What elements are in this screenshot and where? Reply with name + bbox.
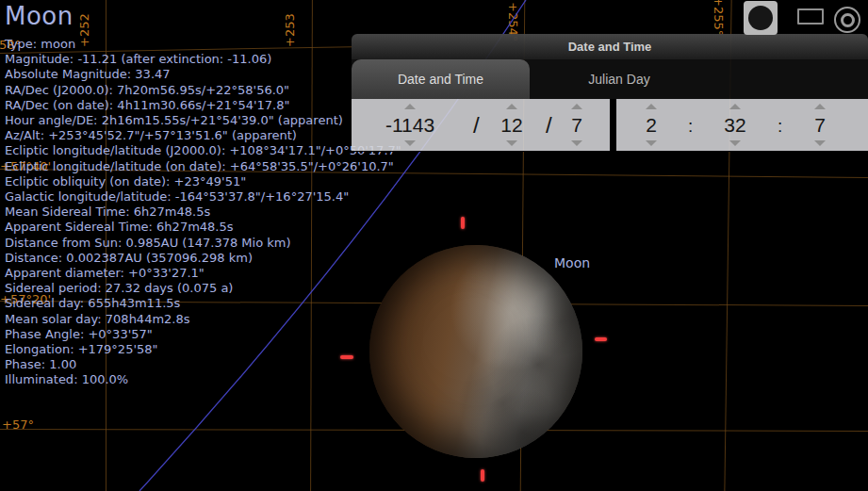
month-value[interactable]: 12 [500, 115, 522, 135]
info-line: Hour angle/DE: 2h16m15.55s/+21°54'39.0" … [5, 113, 401, 128]
info-line: Ecliptic longitude/latitude (J2000.0): +… [5, 143, 401, 158]
date-separator: / [473, 112, 480, 139]
time-separator: : [778, 116, 782, 137]
time-spinner-group: 2 : 32 : 7 [616, 99, 868, 151]
info-line: RA/Dec (J2000.0): 7h20m56.95s/+22°58'56.… [5, 83, 401, 98]
target-icon[interactable] [834, 7, 860, 33]
rectangle-icon[interactable] [797, 8, 824, 25]
month-spinner: 12 [485, 99, 538, 151]
date-time-dialog: Date and Time Date and Time Julian Day -… [352, 34, 868, 151]
minute-up-arrow[interactable] [729, 104, 741, 109]
hour-down-arrow[interactable] [646, 140, 657, 146]
year-spinner: -1143 [384, 99, 436, 151]
second-up-arrow[interactable] [814, 104, 826, 109]
target-center [841, 13, 855, 27]
year-value[interactable]: -1143 [385, 115, 434, 135]
hour-spinner: 2 [625, 99, 678, 151]
info-line: Ecliptic obliquity (on date): +23°49'51" [5, 174, 401, 189]
second-value[interactable]: 7 [814, 115, 826, 135]
minute-down-arrow[interactable] [729, 140, 741, 146]
selection-marker-bottom [481, 469, 484, 482]
month-down-arrow[interactable] [506, 140, 517, 146]
hour-up-arrow[interactable] [646, 104, 657, 109]
selection-marker-top [461, 217, 465, 229]
dialog-tab-bar: Date and Time Julian Day [352, 59, 868, 99]
day-up-arrow[interactable] [571, 104, 582, 109]
day-spinner: 7 [550, 99, 603, 151]
year-up-arrow[interactable] [404, 104, 416, 109]
info-line: Type: moon [5, 37, 401, 52]
month-up-arrow[interactable] [506, 104, 517, 109]
info-line: Distance from Sun: 0.985AU (147.378 Mio … [5, 236, 401, 251]
moon-object[interactable] [369, 245, 582, 458]
date-spinner-group: -1143 / 12 / 7 [352, 99, 610, 151]
minute-spinner: 32 [709, 99, 762, 151]
info-line: Galactic longitude/latitude: -164°53'37.… [5, 189, 401, 205]
info-line: Distance: 0.002387AU (357096.298 km) [5, 251, 401, 266]
info-line: Magnitude: -11.21 (after extinction: -11… [5, 52, 401, 67]
moon-disc [748, 6, 773, 30]
selection-info-panel: Moon Type: moonMagnitude: -11.21 (after … [5, 1, 401, 388]
info-line: RA/Dec (on date): 4h11m30.66s/+21°54'17.… [5, 98, 401, 113]
year-down-arrow[interactable] [404, 140, 416, 146]
info-line: Sidereal period: 27.32 days (0.075 a) [5, 281, 401, 296]
tab-label: Date and Time [398, 72, 483, 87]
second-down-arrow[interactable] [814, 140, 826, 146]
info-line: Az/Alt: +253°45'52.7"/+57°13'51.6" (appa… [5, 128, 401, 143]
info-line: Mean Sidereal Time: 6h27m48.5s [5, 205, 401, 220]
info-line: Phase: 1.00 [5, 357, 401, 372]
moon-object-label: Moon [554, 255, 590, 270]
info-line: Sidereal day: 655h43m11.5s [5, 296, 401, 311]
minute-value[interactable]: 32 [724, 115, 745, 135]
top-right-toolbar [744, 0, 868, 40]
selected-object-title: Moon [5, 1, 401, 31]
selection-marker-right [595, 337, 607, 341]
info-line: Illuminated: 100.0% [5, 372, 401, 387]
info-line: Absolute Magnitude: 33.47 [5, 67, 401, 82]
info-line: Elongation: +179°25'58" [5, 342, 401, 357]
dialog-content: -1143 / 12 / 7 2 : [352, 99, 868, 152]
tab-julian-day[interactable]: Julian Day [530, 59, 709, 99]
tab-date-and-time[interactable]: Date and Time [352, 59, 530, 99]
moon-phase-icon[interactable] [744, 1, 778, 35]
time-separator: : [688, 116, 693, 137]
info-line: Phase Angle: +0°33'57" [5, 327, 401, 342]
info-line: Apparent Sidereal Time: 6h27m48.5s [5, 220, 401, 235]
tab-label: Julian Day [588, 72, 649, 87]
hour-value[interactable]: 2 [646, 115, 657, 135]
info-line: Mean solar day: 708h44m2.8s [5, 312, 401, 327]
selected-object-info: Type: moonMagnitude: -11.21 (after extin… [5, 37, 401, 388]
dialog-title: Date and Time [568, 40, 652, 54]
info-line: Apparent diameter: +0°33'27.1" [5, 266, 401, 281]
day-value[interactable]: 7 [571, 115, 582, 135]
day-down-arrow[interactable] [571, 140, 582, 146]
info-line: Ecliptic longitude/latitude (on date): +… [5, 159, 401, 174]
second-spinner: 7 [794, 99, 846, 151]
